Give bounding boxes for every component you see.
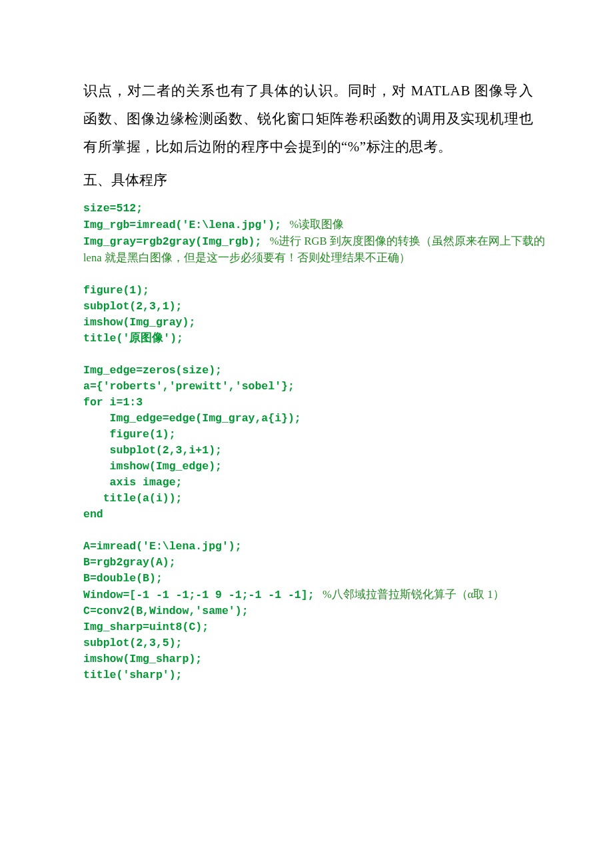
code-line: Img_edge=zeros(size); <box>83 364 222 377</box>
code-comment: %进行 RGB 到灰度图像的转换（虽然原来在网上下载的 <box>261 235 544 248</box>
code-line: A=imread('E:\lena.jpg'); <box>83 540 242 553</box>
code-line: subplot(2,3,i+1); <box>83 444 222 457</box>
paragraph-roman-word: MATLAB <box>411 83 470 99</box>
code-line: i=1:3 <box>103 396 143 409</box>
code-line: imshow(Img_edge); <box>83 460 222 473</box>
code-line: Img_sharp=uint8(C); <box>83 621 209 633</box>
code-line: Img_gray=rgb2gray(Img_rgb); <box>83 235 261 248</box>
code-line: imshow(Img_gray); <box>83 316 195 329</box>
code-line: Window=[-1 -1 -1;-1 9 -1;-1 -1 -1]; <box>83 589 314 601</box>
code-line: title(a(i)); <box>83 492 183 505</box>
code-line: figure(1); <box>83 428 176 441</box>
code-line: axis image; <box>83 476 183 489</box>
code-keyword: for <box>83 396 103 409</box>
code-line: title('原图像'); <box>83 332 183 345</box>
code-line: C=conv2(B,Window,'same'); <box>83 605 249 617</box>
code-line: figure(1); <box>83 284 149 297</box>
code-line: subplot(2,3,5); <box>83 637 183 649</box>
code-comment: %读取图像 <box>281 219 344 231</box>
code-line: title('sharp'); <box>83 669 183 681</box>
code-line: a={'roberts','prewitt','sobel'}; <box>83 380 295 393</box>
code-line: B=rgb2gray(A); <box>83 556 176 569</box>
document-page: 识点，对二者的关系也有了具体的认识。同时，对 MATLAB 图像导入函数、图像边… <box>0 0 613 868</box>
code-line: Img_rgb=imread('E:\lena.jpg'); <box>83 219 281 231</box>
code-block: size=512; Img_rgb=imread('E:\lena.jpg');… <box>83 201 533 683</box>
code-line: subplot(2,3,1); <box>83 300 183 313</box>
code-keyword: end <box>83 508 103 521</box>
code-line: Img_edge=edge(Img_gray,a{i}); <box>83 412 301 425</box>
code-comment: %八邻域拉普拉斯锐化算子（α取 1） <box>314 589 504 601</box>
paragraph-text-pre: 识点，对二者的关系也有了具体的认识。同时，对 <box>83 83 411 99</box>
code-comment-continuation: lena 就是黑白图像，但是这一步必须要有！否则处理结果不正确） <box>83 252 410 265</box>
code-line: imshow(Img_sharp); <box>83 653 202 665</box>
body-paragraph: 识点，对二者的关系也有了具体的认识。同时，对 MATLAB 图像导入函数、图像边… <box>83 77 533 161</box>
code-line: B=double(B); <box>83 572 163 585</box>
section-title: 五、具体程序 <box>83 166 533 194</box>
code-line: size=512; <box>83 202 143 215</box>
